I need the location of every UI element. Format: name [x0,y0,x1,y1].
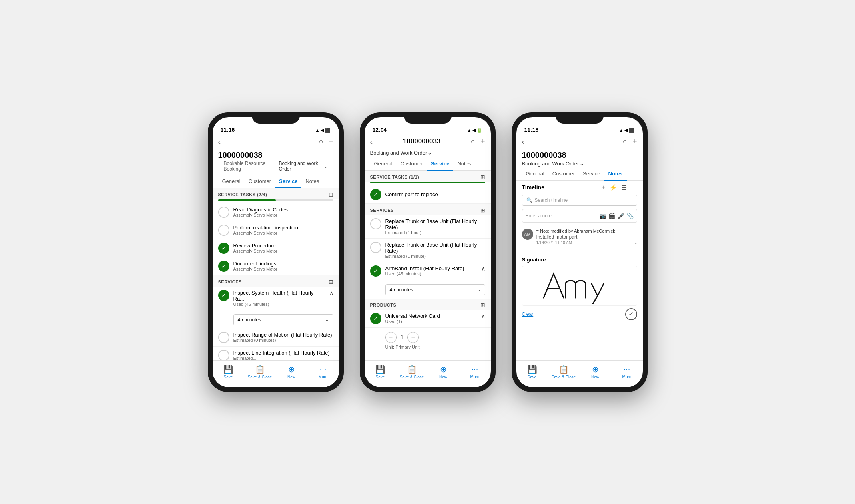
save-close-icon-3: 📋 [559,365,569,374]
task-check-1-1[interactable] [218,225,229,236]
signature-clear-3[interactable]: Clear [522,311,534,317]
more-button-2[interactable]: ··· More [459,363,491,381]
mic-icon[interactable]: 🎤 [618,213,624,219]
task-check-0-2[interactable]: ✓ [370,189,381,200]
note-expand-icon[interactable]: ⌄ [634,241,637,245]
notch-2 [404,112,452,124]
camera-icon[interactable]: 📷 [599,213,606,219]
section-title-products-2: PRODUCTS [370,303,397,307]
tab-service-3[interactable]: Service [579,167,604,181]
save-icon-2: 💾 [375,365,385,374]
phone2: 12:04 ▲ ◀ 🔋 ‹ 1000000033 ○ + Booking and… [360,112,496,392]
scene: 11:16 ▲ ◀ ⬛ ‹ ○ + 1000000038 Bookable Re… [192,96,664,408]
service-check-0-1[interactable]: ✓ [218,290,229,301]
timeline-add-icon[interactable]: + [601,184,605,191]
subtitle-dropdown-2[interactable]: Booking and Work Order ⌄ [370,150,485,156]
service-expanded-2-2: 45 minutes ⌄ [365,280,491,295]
product-qty-2: − 1 + [385,332,485,343]
tab-customer-3[interactable]: Customer [548,167,579,181]
service-check-2-1[interactable] [218,350,229,360]
qty-minus-2[interactable]: − [385,332,397,343]
timeline-filter-icon[interactable]: ⚡ [609,184,617,191]
table-icon-tasks-2[interactable]: ⊞ [480,174,485,180]
service-dropdown-0-1[interactable]: 45 minutes ⌄ [233,314,333,325]
task-text-0-1: Read Diagnostic Codes Assembly Servo Mot… [233,207,333,217]
search-icon-3[interactable]: ○ [623,137,627,146]
new-button-2[interactable]: ⊕ New [428,363,459,381]
service-check-1-1[interactable] [218,332,229,343]
tab-notes-1[interactable]: Notes [301,175,323,188]
subtitle-dropdown-1[interactable]: Booking and Work Order ⌄ [279,161,328,172]
top-bar-actions-3: ○ + [623,137,637,146]
save-button-2[interactable]: 💾 Save [365,363,396,381]
save-button-1[interactable]: 💾 Save [213,363,244,381]
save-close-button-2[interactable]: 📋 Save & Close [396,363,428,381]
tab-service-1[interactable]: Service [275,175,301,188]
new-icon-2: ⊕ [440,365,447,374]
expand-icon-0-1[interactable]: ∧ [329,290,333,296]
tab-service-2[interactable]: Service [427,157,453,171]
phone3: 11:18 ▲ ◀ ⬛ ‹ ○ + 1000000038 Booking and… [512,112,648,392]
save-close-button-1[interactable]: 📋 Save & Close [244,363,276,381]
signature-title-3: Signature [522,257,637,263]
back-button-3[interactable]: ‹ [522,137,525,146]
save-close-icon-2: 📋 [407,365,417,374]
table-icon-products-2[interactable]: ⊞ [480,302,485,308]
search-icon-1[interactable]: ○ [319,137,323,146]
scroll-content-1[interactable]: SERVICE TASKS (2/4) ⊞ Read Diagnostic Co… [213,188,339,360]
task-check-0-1[interactable] [218,207,229,218]
add-icon-1[interactable]: + [329,137,333,146]
scroll-content-2[interactable]: SERVICE TASKS (1/1) ⊞ ✓ Confirm part to … [365,171,491,360]
service-check-1-2[interactable] [370,242,381,253]
more-button-1[interactable]: ··· More [307,363,339,381]
service-check-2-2[interactable]: ✓ [370,265,381,277]
table-icon-services-2[interactable]: ⊞ [480,207,485,213]
save-close-icon-1: 📋 [255,365,265,374]
expand-icon-product-2[interactable]: ∧ [481,313,485,319]
tab-general-3[interactable]: General [522,167,548,181]
more-button-3[interactable]: ··· More [611,363,643,381]
video-icon[interactable]: 🎬 [608,213,615,219]
subtitle-bar-1: Bookable Resource Booking · Booking and … [218,160,333,174]
timeline-view-icon[interactable]: ☰ [621,184,627,191]
save-close-button-3[interactable]: 📋 Save & Close [548,363,580,381]
product-check-0-2[interactable]: ✓ [370,313,381,324]
back-button-1[interactable]: ‹ [218,137,221,146]
timeline-more-icon[interactable]: ⋮ [631,184,637,191]
signature-confirm-3[interactable]: ✓ [625,308,637,320]
service-check-0-2[interactable] [370,218,381,229]
task-check-3-1[interactable]: ✓ [218,261,229,272]
table-icon-services-1[interactable]: ⊞ [329,279,333,285]
search-icon-2[interactable]: ○ [471,137,475,146]
task-check-2-1[interactable]: ✓ [218,243,229,254]
subtitle-dropdown-3[interactable]: Booking and Work Order ⌄ [522,160,637,167]
table-icon-1[interactable]: ⊞ [329,191,333,198]
service-dropdown-2-2[interactable]: 45 minutes ⌄ [385,284,485,295]
tab-customer-1[interactable]: Customer [245,175,275,188]
search-box-3[interactable]: 🔍 Search timeline [522,195,637,206]
attach-icon[interactable]: 📎 [627,213,634,219]
service-item-0-1: ✓ Inspect System Health (Flat Hourly Ra.… [213,287,339,310]
status-icons-2: ▲ ◀ 🔋 [467,128,483,133]
expand-icon-2-2[interactable]: ∧ [481,265,485,272]
tab-general-2[interactable]: General [370,157,397,171]
new-button-1[interactable]: ⊕ New [276,363,307,381]
note-input-3[interactable]: Enter a note... 📷 🎬 🎤 📎 [522,209,637,223]
service-item-1-2: Replace Trunk or Base Unit (Flat Hourly … [365,239,491,262]
qty-plus-2[interactable]: + [407,332,419,343]
progress-bar-2 [370,182,485,183]
tab-notes-3[interactable]: Notes [604,167,626,181]
new-button-3[interactable]: ⊕ New [580,363,611,381]
top-bar-1: ‹ ○ + [213,135,339,149]
add-icon-2[interactable]: + [481,137,485,146]
back-button-2[interactable]: ‹ [370,137,373,146]
scroll-content-3[interactable]: Timeline + ⚡ ☰ ⋮ 🔍 Search timeline [516,181,643,360]
service-text-1-2: Replace Trunk or Base Unit (Flat Hourly … [385,242,485,259]
tab-notes-2[interactable]: Notes [453,157,475,171]
tab-general-1[interactable]: General [218,175,245,188]
search-placeholder-3: Search timeline [535,197,568,203]
tab-customer-2[interactable]: Customer [397,157,427,171]
add-icon-3[interactable]: + [633,137,637,146]
save-button-3[interactable]: 💾 Save [516,363,548,381]
signature-area-3 [522,266,637,306]
